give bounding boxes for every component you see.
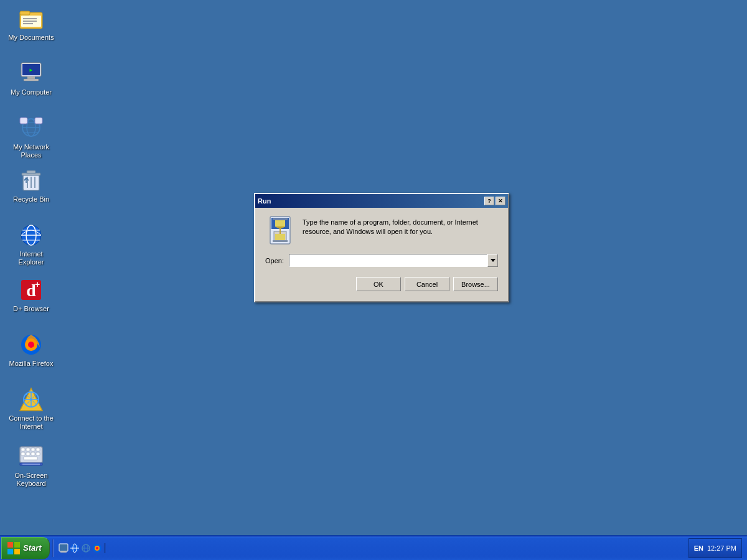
cancel-button[interactable]: Cancel [405, 277, 449, 291]
run-icon [265, 215, 295, 245]
svg-rect-62 [7, 549, 13, 554]
windows-logo-icon [7, 541, 21, 555]
svg-rect-58 [273, 240, 288, 242]
dialog-buttons: OK Cancel Browse... [265, 277, 498, 291]
svg-rect-61 [14, 542, 20, 548]
open-label: Open: [265, 257, 284, 264]
dialog-titlebar: Run ? ✕ [255, 194, 508, 208]
svg-rect-65 [60, 551, 67, 553]
clock: 12:27 PM [707, 544, 736, 552]
open-input-container [289, 254, 498, 267]
dialog-overlay: Run ? ✕ [0, 0, 747, 535]
taskbar: Start [0, 535, 747, 560]
dialog-body: Type the name of a program, folder, docu… [255, 208, 508, 301]
network-quicklaunch-icon[interactable] [81, 543, 91, 553]
taskbar-right: EN 12:27 PM [688, 538, 747, 558]
system-tray: EN 12:27 PM [688, 538, 742, 558]
svg-rect-63 [14, 549, 20, 554]
firefox-quicklaunch-icon[interactable] [92, 543, 102, 553]
svg-rect-60 [7, 542, 13, 548]
open-input[interactable] [289, 254, 487, 267]
start-button[interactable]: Start [1, 537, 50, 559]
svg-rect-59 [273, 218, 288, 220]
language-indicator: EN [694, 544, 703, 552]
svg-point-74 [96, 547, 98, 549]
open-row: Open: [265, 254, 498, 267]
quick-launch [56, 543, 106, 553]
help-button[interactable]: ? [484, 197, 494, 205]
open-dropdown-button[interactable] [487, 254, 498, 267]
run-dialog: Run ? ✕ [254, 193, 509, 302]
svg-rect-64 [59, 544, 68, 551]
ok-button[interactable]: OK [356, 277, 401, 291]
dialog-controls: ? ✕ [484, 197, 505, 205]
show-desktop-icon[interactable] [59, 543, 68, 553]
dropdown-arrow-icon [491, 259, 496, 262]
close-button[interactable]: ✕ [496, 197, 505, 205]
dialog-message: Type the name of a program, folder, docu… [303, 215, 498, 237]
dialog-title: Run [258, 197, 271, 205]
taskbar-divider-1 [52, 539, 54, 557]
dialog-content-row: Type the name of a program, folder, docu… [265, 215, 498, 245]
browse-button[interactable]: Browse... [453, 277, 498, 291]
start-button-label: Start [23, 543, 42, 553]
ie-quicklaunch-icon[interactable] [70, 543, 80, 553]
